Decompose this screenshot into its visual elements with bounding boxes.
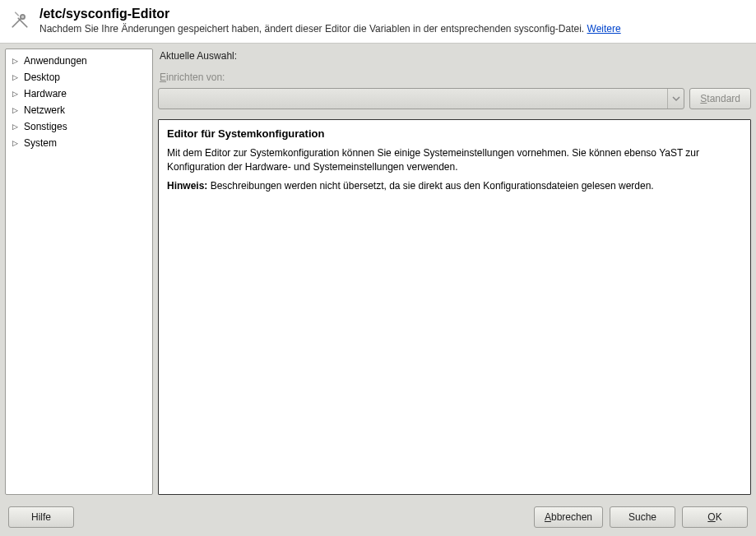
description-panel: Editor für Systemkonfiguration Mit dem E… [158,119,751,495]
content-panel: Aktuelle Auswahl: Einrichten von: Standa… [158,49,751,495]
tree-item-label: Sonstiges [24,121,67,132]
setup-from-combo[interactable] [158,88,684,109]
expand-icon: ▷ [12,122,19,131]
tree-item-anwendungen[interactable]: ▷ Anwendungen [6,53,152,69]
expand-icon: ▷ [12,106,19,114]
main-area: ▷ Anwendungen ▷ Desktop ▷ Hardware ▷ Net… [0,44,756,500]
page-title: /etc/sysconfig-Editor [39,7,748,21]
expand-icon: ▷ [12,57,19,65]
tree-item-label: Anwendungen [24,55,87,67]
tree-item-label: System [24,137,57,149]
cancel-button[interactable]: Abbrechen [534,506,603,528]
combo-value[interactable] [159,89,667,109]
setup-from-label: Einrichten von: [158,67,751,83]
more-link[interactable]: Weitere [587,23,621,35]
help-button[interactable]: Hilfe [8,506,74,528]
ok-button[interactable]: OK [682,506,748,528]
tree-item-label: Hardware [24,88,67,99]
tree-item-label: Desktop [24,72,60,83]
tree-item-desktop[interactable]: ▷ Desktop [6,69,152,85]
default-button[interactable]: Standard [689,88,751,109]
tree-item-netzwerk[interactable]: ▷ Netzwerk [6,102,152,118]
svg-point-0 [21,15,25,19]
expand-icon: ▷ [12,139,19,147]
chevron-down-icon[interactable] [667,89,684,109]
page-subtitle: Nachdem Sie Ihre Änderungen gespeichert … [39,23,748,35]
expand-icon: ▷ [12,73,19,81]
description-para: Mit dem Editor zur Systemkonfiguration k… [167,146,742,174]
footer: Hilfe Abbrechen Suche OK [0,500,756,536]
description-title: Editor für Systemkonfiguration [167,127,742,141]
tools-icon [8,8,31,31]
description-hint: Hinweis: Beschreibungen werden nicht übe… [167,179,742,193]
expand-icon: ▷ [12,90,19,98]
tree-item-sonstiges[interactable]: ▷ Sonstiges [6,118,152,135]
current-selection-label: Aktuelle Auswahl: [158,49,751,62]
header: /etc/sysconfig-Editor Nachdem Sie Ihre Ä… [0,0,756,44]
tree-item-hardware[interactable]: ▷ Hardware [6,85,152,102]
search-button[interactable]: Suche [610,506,675,528]
tree-item-label: Netzwerk [24,104,65,116]
tree-item-system[interactable]: ▷ System [6,135,152,151]
category-tree[interactable]: ▷ Anwendungen ▷ Desktop ▷ Hardware ▷ Net… [5,49,153,495]
